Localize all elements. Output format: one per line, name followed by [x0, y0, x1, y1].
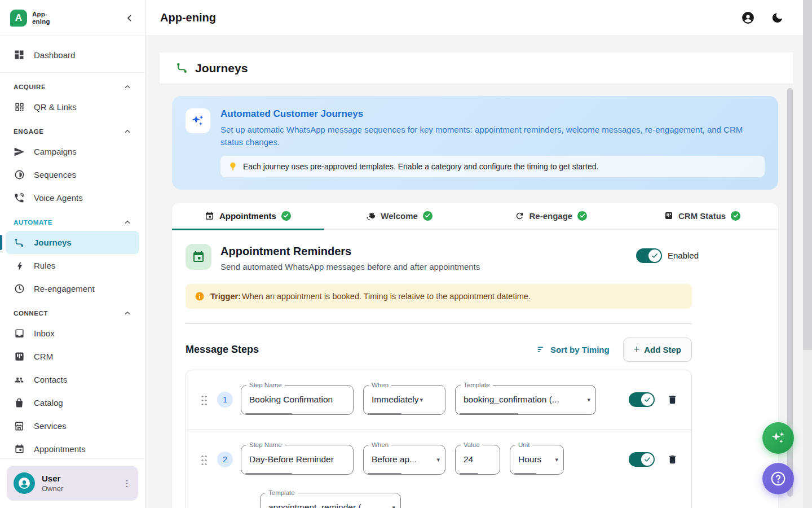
ai-assistant-fab[interactable]: [762, 422, 794, 454]
clock-icon: [14, 283, 25, 294]
dark-mode-icon[interactable]: [771, 11, 784, 24]
user-role: Owner: [42, 484, 63, 493]
sidebar-user-area: User Owner ⋮: [0, 458, 145, 508]
category-subtitle: Send automated WhatsApp messages before …: [220, 262, 480, 271]
enabled-toggle[interactable]: [636, 248, 662, 263]
sidebar-item-label: Catalog: [34, 398, 63, 408]
sidebar-item-sequences[interactable]: Sequences: [6, 163, 139, 186]
sidebar-section-connect[interactable]: CONNECT: [6, 300, 139, 322]
template-select[interactable]: Template appointment_reminder (... ▾: [260, 493, 401, 508]
category-titles: Appointment Reminders Send automated Wha…: [220, 244, 480, 271]
sidebar-item-crm[interactable]: CRM: [6, 345, 139, 368]
help-fab[interactable]: [762, 463, 794, 494]
wave-icon: [366, 211, 376, 221]
step-name-input[interactable]: Step Name Day-Before Reminder: [241, 445, 354, 475]
toggle-thumb: [648, 249, 661, 262]
banner-description: Set up automatic WhatsApp message sequen…: [220, 124, 765, 148]
sort-by-timing-button[interactable]: Sort by Timing: [536, 345, 610, 354]
delete-step-icon[interactable]: [667, 394, 678, 405]
page-scrollbar[interactable]: [803, 0, 812, 508]
tab-label: Welcome: [381, 211, 418, 221]
tab-crm-status[interactable]: CRM Status: [626, 203, 778, 230]
sidebar-item-appointments[interactable]: Appointments: [6, 437, 139, 459]
toggle-thumb: [641, 393, 654, 406]
value-input[interactable]: Value 24: [455, 445, 500, 475]
sidebar-item-dashboard[interactable]: Dashboard: [6, 42, 139, 68]
sidebar-item-label: Services: [34, 421, 67, 431]
divider: [186, 323, 692, 324]
when-select[interactable]: When Immediately ▾: [363, 385, 445, 415]
sidebar-section-acquire[interactable]: ACQUIRE: [6, 74, 139, 95]
user-card[interactable]: User Owner ⋮: [7, 466, 138, 501]
sidebar-item-inbox[interactable]: Inbox: [6, 322, 139, 345]
category-header: Appointment Reminders Send automated Wha…: [186, 244, 699, 271]
steps-heading: Message Steps: [186, 344, 259, 356]
add-step-button[interactable]: + Add Step: [623, 338, 692, 362]
when-value: Before ap...: [372, 454, 417, 465]
when-value: Immediately: [372, 395, 419, 405]
step-row-2: 2 Step Name Day-Before Reminder When Bef…: [186, 430, 691, 508]
sidebar-item-catalog[interactable]: Catalog: [6, 391, 139, 414]
kanban-icon: [664, 211, 673, 220]
step-row-1: 1 Step Name Booking Confirmation When Im…: [186, 370, 691, 430]
tab-appointments[interactable]: Appointments: [172, 203, 324, 230]
chevron-down-icon: ▾: [420, 396, 423, 404]
sidebar-item-journeys[interactable]: Journeys: [6, 231, 139, 254]
sidebar-item-label: Sequences: [34, 170, 76, 179]
app-logo: A: [10, 10, 27, 27]
unit-select[interactable]: Unit Hours ▾: [510, 445, 564, 475]
steps-header: Message Steps Sort by Timing + Add Step: [186, 338, 692, 362]
kebab-menu-icon[interactable]: ⋮: [122, 478, 131, 489]
chevron-up-icon: [123, 218, 131, 226]
sidebar-item-label: Inbox: [34, 329, 55, 338]
sidebar-item-services[interactable]: Services: [6, 414, 139, 437]
sidebar-logo-row: A App- ening: [0, 0, 145, 36]
inbox-icon: [14, 328, 25, 339]
storefront-icon: [14, 421, 25, 432]
step-name-input[interactable]: Step Name Booking Confirmation: [241, 385, 354, 415]
sidebar-item-label: Contacts: [34, 375, 67, 384]
tab-label: Appointments: [219, 211, 276, 221]
tab-complete-icon: [281, 211, 291, 221]
sidebar-section-engage[interactable]: ENGAGE: [6, 119, 139, 140]
sidebar-item-label: Appointments: [34, 444, 86, 454]
sidebar-item-contacts[interactable]: Contacts: [6, 368, 139, 391]
value-value: 24: [464, 454, 473, 465]
plus-icon: +: [634, 344, 640, 356]
sidebar-item-re-engagement[interactable]: Re-engagement: [6, 277, 139, 300]
route-icon: [14, 237, 25, 248]
sidebar-item-rules[interactable]: Rules: [6, 254, 139, 277]
tab-welcome[interactable]: Welcome: [324, 203, 475, 230]
account-icon[interactable]: [741, 11, 755, 25]
step-name-value: Booking Confirmation: [249, 395, 333, 405]
step-enabled-toggle[interactable]: [629, 392, 655, 407]
sidebar-section-automate[interactable]: AUTOMATE: [6, 209, 139, 231]
sidebar-item-campaigns[interactable]: Campaigns: [6, 140, 139, 163]
sidebar-collapse-icon[interactable]: [125, 13, 135, 23]
step-enabled-toggle[interactable]: [629, 452, 655, 467]
sidebar-item-voice-agents[interactable]: Voice Agents: [6, 186, 139, 209]
page-scrollbar-thumb[interactable]: [803, 0, 812, 350]
unit-value: Hours: [518, 454, 541, 465]
when-select[interactable]: When Before ap... ▾: [363, 445, 445, 475]
banner-tip: Each journey uses pre-approved templates…: [220, 156, 765, 177]
lightbulb-icon: [228, 161, 237, 172]
dashboard-grid-icon: [14, 49, 25, 60]
template-select[interactable]: Template booking_confirmation (... ▾: [455, 385, 596, 415]
page-title: Journeys: [195, 62, 248, 75]
chevron-up-icon: [123, 128, 131, 135]
delete-step-icon[interactable]: [667, 454, 678, 465]
drag-handle-icon[interactable]: [201, 395, 207, 405]
chevron-up-icon: [123, 83, 131, 91]
journeys-card: Appointments Welcome Re-engage: [172, 203, 778, 508]
main-content: Journeys Automated Customer Journeys Set…: [145, 36, 812, 508]
people-icon: [14, 374, 25, 386]
app-logo-text: App- ening: [32, 11, 50, 25]
sidebar-item-qr-links[interactable]: QR & Links: [6, 95, 139, 119]
user-name: User: [42, 474, 63, 483]
bolt-icon: [14, 261, 25, 271]
tab-complete-icon: [423, 211, 433, 221]
tab-re-engage[interactable]: Re-engage: [475, 203, 627, 230]
sidebar-item-label: QR & Links: [34, 102, 77, 112]
drag-handle-icon[interactable]: [201, 454, 207, 465]
